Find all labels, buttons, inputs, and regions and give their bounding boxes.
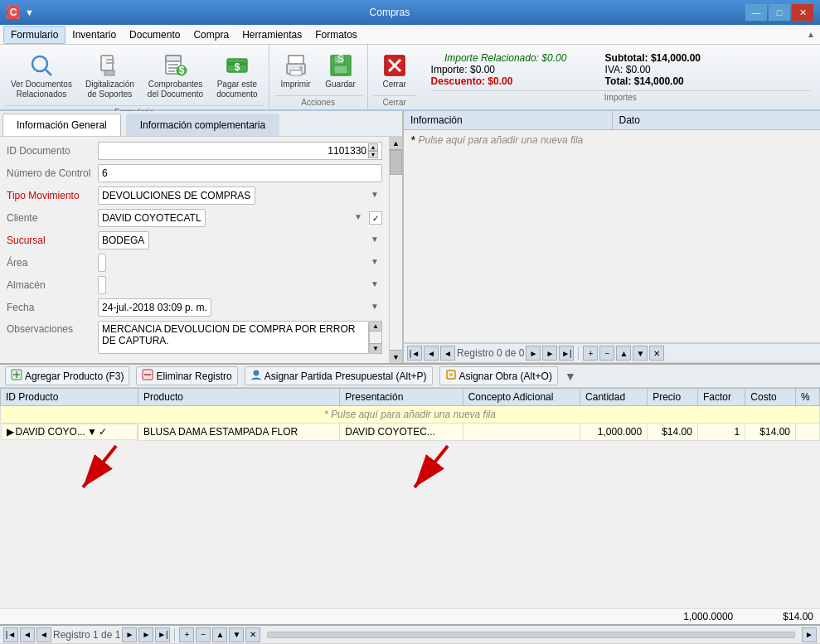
ver-documentos-button[interactable]: Ver DocumentosRelacionados xyxy=(5,48,78,104)
svg-rect-24 xyxy=(334,65,347,74)
grid-container: ID Producto Producto Presentación Concep… xyxy=(0,388,820,608)
info-nav-prev[interactable]: ◄ xyxy=(424,346,439,361)
id-spin-up[interactable]: ▲ xyxy=(368,143,378,151)
importe-label: Importe: $0.00 xyxy=(431,64,495,75)
digitalizacion-button[interactable]: Digitalizaciónde Soportes xyxy=(80,48,140,104)
info-nav-cancel[interactable]: ✕ xyxy=(649,346,664,361)
grid-nav-down[interactable]: ▼ xyxy=(229,627,244,642)
info-add-text: Pulse aquí para añadir una nueva fila xyxy=(418,134,583,146)
grid-nav-add[interactable]: + xyxy=(179,627,194,642)
col-precio: Precio xyxy=(648,389,698,406)
form-panel: Información General Información compleme… xyxy=(0,111,404,363)
obs-scroll-down[interactable]: ▼ xyxy=(370,343,381,353)
info-nav-bar: |◄ ◄ ◄ Registro 0 de 0 ► ► ►| + − ▲ ▼ ✕ xyxy=(404,343,820,363)
info-nav-prev2[interactable]: ◄ xyxy=(440,346,455,361)
digitalizacion-icon xyxy=(96,52,123,79)
comprobantes-label: Comprobantesdel Documento xyxy=(148,80,203,99)
tipo-movimiento-select[interactable]: DEVOLUCIONES DE COMPRAS xyxy=(98,186,255,205)
asignar-obra-button[interactable]: Asignar Obra (Alt+O) xyxy=(439,366,558,385)
maximize-button[interactable]: □ xyxy=(769,4,790,21)
pagar-label: Pagar estedocumento xyxy=(216,80,257,99)
numero-control-input[interactable] xyxy=(98,164,382,182)
menu-item-documento[interactable]: Documento xyxy=(123,27,187,43)
menu-item-formatos[interactable]: Formatos xyxy=(308,27,364,43)
close-window-button[interactable]: ✕ xyxy=(792,4,813,21)
grid-nav-last[interactable]: ►| xyxy=(155,627,170,642)
cliente-select[interactable]: DAVID COYOTECATL xyxy=(98,209,206,227)
info-nav-record: Registro 0 de 0 xyxy=(457,347,524,359)
obs-scroll-up[interactable]: ▲ xyxy=(370,322,381,332)
cerrar-icon xyxy=(381,52,408,79)
id-spinners[interactable]: ▲ ▼ xyxy=(368,143,378,158)
grid-header-row: ID Producto Producto Presentación Concep… xyxy=(1,389,820,406)
form-scroll-down[interactable]: ▼ xyxy=(390,350,402,363)
almacen-wrapper: ▼ xyxy=(98,276,382,294)
obs-scrollbar: ▲ ▼ xyxy=(369,321,382,354)
grid-nav-prev2[interactable]: ◄ xyxy=(36,627,51,642)
cliente-select-wrapper: DAVID COYOTECATL ▼ xyxy=(98,209,366,227)
table-row[interactable]: ▶ DAVID COYO... ▼ ✓ BLUSA DAMA ESTAMPADA… xyxy=(1,424,820,441)
cell-id-producto: ▶ DAVID COYO... ▼ ✓ xyxy=(1,424,138,440)
svg-line-3 xyxy=(46,70,51,75)
eliminar-registro-button[interactable]: Eliminar Registro xyxy=(136,366,237,385)
id-spin-down[interactable]: ▼ xyxy=(368,151,378,158)
sucursal-select[interactable]: BODEGA xyxy=(98,231,149,249)
observaciones-textarea[interactable]: MERCANCIA DEVOLUCION DE COMPRA POR ERROR… xyxy=(98,321,369,354)
ribbon-toggle[interactable]: ▲ xyxy=(805,28,817,41)
menu-item-inventario[interactable]: Inventario xyxy=(66,27,123,43)
form-scroll-up[interactable]: ▲ xyxy=(390,137,402,150)
fecha-select[interactable]: 24-jul.-2018 03:09 p. m. xyxy=(98,298,211,317)
svg-rect-20 xyxy=(290,70,302,75)
info-nav-down[interactable]: ▼ xyxy=(633,346,648,361)
guardar-button[interactable]: S Guardar xyxy=(319,48,362,94)
toolbar-more[interactable]: ▼ xyxy=(565,370,576,383)
grid-nav-next2[interactable]: ► xyxy=(138,627,153,642)
grid-scrollbar-h[interactable] xyxy=(267,632,795,638)
info-star: * xyxy=(410,133,415,147)
col-costo: Costo xyxy=(745,389,796,406)
grid-nav-next[interactable]: ► xyxy=(122,627,137,642)
grid-nav-first[interactable]: |◄ xyxy=(3,627,18,642)
comprobantes-button[interactable]: $ Comprobantesdel Documento xyxy=(142,48,209,104)
row-dropdown[interactable]: ▼ xyxy=(87,426,97,438)
tab-informacion-general[interactable]: Información General xyxy=(2,114,121,136)
info-nav-add[interactable]: + xyxy=(583,346,598,361)
menu-item-compra[interactable]: Compra xyxy=(187,27,235,43)
tab-informacion-complementaria[interactable]: Información complementaria xyxy=(126,114,279,136)
info-add-row[interactable]: * Pulse aquí para añadir una nueva fila xyxy=(404,130,820,150)
info-nav-next[interactable]: ► xyxy=(526,346,541,361)
info-nav-last[interactable]: ►| xyxy=(559,346,574,361)
info-nav-next2[interactable]: ► xyxy=(542,346,557,361)
row-check[interactable]: ✓ xyxy=(99,426,107,438)
grid-nav-up[interactable]: ▲ xyxy=(212,627,227,642)
label-cliente: Cliente xyxy=(7,212,98,224)
menu-item-formulario[interactable]: Formulario xyxy=(3,26,66,44)
almacen-select[interactable] xyxy=(98,276,106,294)
agregar-producto-button[interactable]: Agregar Producto (F3) xyxy=(5,366,129,385)
grid-nav-cancel[interactable]: ✕ xyxy=(245,627,260,642)
grid-nav-minus[interactable]: − xyxy=(196,627,211,642)
imprimir-button[interactable]: Imprimir xyxy=(274,48,318,94)
form-scroll-thumb[interactable] xyxy=(390,150,402,175)
svg-point-34 xyxy=(254,370,259,375)
ribbon-group-acciones: Imprimir S Guardar Acciones xyxy=(269,45,368,109)
minimize-button[interactable]: — xyxy=(745,4,767,21)
guardar-icon: S xyxy=(328,52,354,79)
system-menu-icon[interactable]: ▼ xyxy=(25,7,34,17)
menu-item-herramientas[interactable]: Herramientas xyxy=(235,27,308,43)
grid-nav-prev[interactable]: ◄ xyxy=(20,627,35,642)
cliente-check[interactable]: ✓ xyxy=(369,211,382,225)
grid-scroll-right[interactable]: ► xyxy=(802,627,817,642)
grid-add-row[interactable]: * Pulse aquí para añadir una nueva fila xyxy=(1,406,820,424)
svg-rect-5 xyxy=(104,70,114,75)
info-nav-first[interactable]: |◄ xyxy=(407,346,422,361)
subtotal-label: Subtotal: $14,000.00 xyxy=(605,52,701,64)
info-nav-minus[interactable]: − xyxy=(599,346,614,361)
arrow-left xyxy=(66,429,149,515)
pagar-button[interactable]: $ Pagar estedocumento xyxy=(211,48,263,104)
importes-left: Importe Relacionado: $0.00 Importe: $0.0… xyxy=(431,52,580,87)
area-select[interactable] xyxy=(98,254,106,272)
cerrar-button[interactable]: Cerrar xyxy=(373,48,416,94)
asignar-partida-button[interactable]: Asignar Partida Presupuestal (Alt+P) xyxy=(245,366,433,385)
info-nav-up[interactable]: ▲ xyxy=(616,346,631,361)
